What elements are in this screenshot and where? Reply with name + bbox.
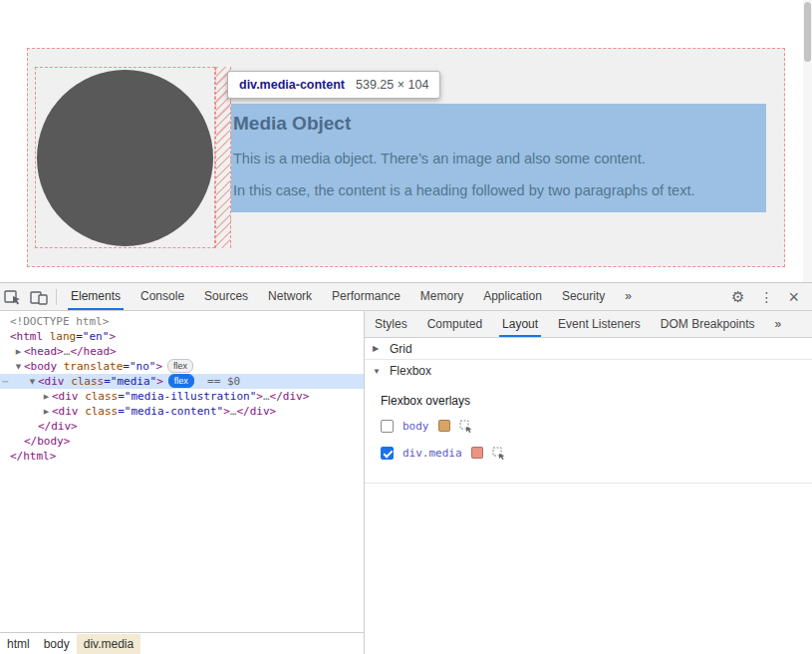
- tab-memory[interactable]: Memory: [410, 283, 473, 310]
- inspect-tooltip: div.media-content 539.25 × 104: [227, 71, 440, 99]
- tab-console[interactable]: Console: [131, 283, 194, 310]
- media-paragraph-1: This is a media object. There’s an image…: [233, 151, 758, 166]
- collapse-arrow-icon[interactable]: ▼: [27, 375, 38, 390]
- sidebar-tab-computed[interactable]: Computed: [417, 311, 492, 337]
- code-token-tag: <body: [24, 360, 64, 373]
- dom-tree-row[interactable]: <html lang="en">: [0, 329, 364, 344]
- close-icon[interactable]: ×: [788, 290, 799, 304]
- overlay-element-link[interactable]: body: [403, 420, 429, 433]
- sidebar-tab-dom-breakpoints[interactable]: DOM Breakpoints: [651, 311, 765, 337]
- devtools-main: <!DOCTYPE html><html lang="en">▶<head>…<…: [0, 311, 812, 654]
- tab-elements[interactable]: Elements: [61, 283, 131, 310]
- dom-tree-row[interactable]: ▶<div class="media-illustration">…</div>: [0, 389, 364, 404]
- code-token-tag: </div>: [38, 420, 78, 433]
- breadcrumb-item[interactable]: div.media: [77, 634, 140, 654]
- code-token-tag: <head>: [24, 345, 64, 358]
- collapse-arrow-icon[interactable]: ▼: [373, 367, 383, 376]
- overlay-checkbox[interactable]: [381, 420, 394, 433]
- grid-section-header[interactable]: ▶ Grid: [365, 338, 812, 360]
- flex-badge[interactable]: flex: [167, 359, 193, 373]
- code-token-tag: >: [109, 330, 116, 343]
- sidebar-tabs: StylesComputedLayoutEvent ListenersDOM B…: [365, 311, 812, 338]
- overlay-color-swatch[interactable]: [471, 447, 483, 459]
- sidebar-tab-event-listeners[interactable]: Event Listeners: [548, 311, 651, 337]
- media-illustration: [35, 67, 215, 248]
- flex-badge[interactable]: flex: [168, 374, 194, 388]
- dom-tree-row[interactable]: ▶<head>…</head>: [0, 344, 364, 359]
- dom-tree-row[interactable]: </div>: [0, 419, 364, 434]
- code-token-doctype: <!DOCTYPE html>: [10, 315, 109, 328]
- media-circle-image: [37, 70, 213, 246]
- code-token-tag: <div: [38, 375, 71, 388]
- devtools-toolbar: ElementsConsoleSourcesNetworkPerformance…: [0, 283, 812, 311]
- code-token-attr: class: [85, 405, 118, 418]
- tab-network[interactable]: Network: [258, 283, 322, 310]
- device-toolbar-icon[interactable]: [26, 284, 52, 310]
- inspect-element-icon[interactable]: [0, 284, 26, 310]
- breadcrumb: htmlbodydiv.media: [0, 632, 364, 654]
- devtools-right-icons: ⚙ ⋮ ×: [731, 288, 812, 306]
- tab-overflow-chevron[interactable]: »: [615, 283, 642, 310]
- overlay-checkbox[interactable]: [381, 447, 394, 460]
- code-token-val: ="media": [104, 375, 156, 388]
- code-token-tag: <html: [10, 330, 50, 343]
- code-token-tag: <div: [52, 390, 85, 403]
- page-scrollbar-track[interactable]: [803, 0, 812, 282]
- flexbox-section-header[interactable]: ▼ Flexbox: [365, 360, 812, 382]
- dom-tree-row[interactable]: ▼<body translate="no">flex: [0, 359, 364, 374]
- dollar-zero-hint: == $0: [194, 375, 240, 388]
- tooltip-dimensions: 539.25 × 104: [356, 78, 428, 92]
- code-token-tag: >: [155, 360, 162, 373]
- expand-arrow-icon[interactable]: ▶: [41, 390, 52, 405]
- expand-arrow-icon[interactable]: ▶: [41, 405, 52, 420]
- elements-panel: <!DOCTYPE html><html lang="en">▶<head>…<…: [0, 311, 365, 654]
- breadcrumb-item[interactable]: body: [37, 634, 77, 654]
- code-token-val: ="media-illustration": [118, 390, 256, 403]
- code-token-tag: </html>: [10, 450, 56, 463]
- dom-tree-row[interactable]: </html>: [0, 449, 364, 464]
- browser-window: Media Object This is a media object. The…: [0, 0, 812, 654]
- dom-tree: <!DOCTYPE html><html lang="en">▶<head>…<…: [0, 311, 364, 632]
- layout-pane: ▶ Grid ▼ Flexbox Flexbox overlays bodydi…: [365, 338, 812, 484]
- more-actions-icon[interactable]: ⋯: [2, 374, 9, 389]
- tab-security[interactable]: Security: [552, 283, 615, 310]
- page-scrollbar-thumb[interactable]: [804, 2, 811, 62]
- kebab-menu-icon[interactable]: ⋮: [759, 289, 773, 305]
- flexbox-overlays-title: Flexbox overlays: [381, 394, 812, 408]
- settings-gear-icon[interactable]: ⚙: [731, 288, 744, 306]
- tab-application[interactable]: Application: [473, 283, 552, 310]
- sidebar-tab-layout[interactable]: Layout: [492, 311, 548, 337]
- page-viewport: Media Object This is a media object. The…: [0, 0, 812, 282]
- code-token-tag: </head>: [70, 345, 116, 358]
- show-overlay-icon[interactable]: [459, 420, 472, 433]
- sidebar-tab-overflow-chevron[interactable]: »: [765, 311, 792, 337]
- overlay-color-swatch[interactable]: [438, 420, 450, 432]
- tab-sources[interactable]: Sources: [194, 283, 258, 310]
- sidebar-tab-styles[interactable]: Styles: [365, 311, 417, 337]
- dom-tree-row[interactable]: <!DOCTYPE html>: [0, 314, 364, 329]
- dom-tree-row[interactable]: ⋯▼<div class="media">flex == $0: [0, 374, 364, 389]
- code-token-tag: >: [223, 405, 230, 418]
- code-token-tag: </div>: [270, 390, 310, 403]
- dom-tree-row[interactable]: </body>: [0, 434, 364, 449]
- code-token-val: ="en": [76, 330, 109, 343]
- devtools-panel: ElementsConsoleSourcesNetworkPerformance…: [0, 282, 812, 654]
- code-token-attr: class: [85, 390, 118, 403]
- devtools-main-tabs: ElementsConsoleSourcesNetworkPerformance…: [61, 283, 642, 310]
- media-content-highlight: Media Object This is a media object. The…: [231, 104, 766, 212]
- code-token-attr: class: [71, 375, 104, 388]
- flexbox-section: ▼ Flexbox Flexbox overlays bodydiv.media: [365, 360, 812, 484]
- code-token-dots: …: [263, 390, 270, 403]
- show-overlay-icon[interactable]: [492, 447, 505, 460]
- flexbox-overlay-list: bodydiv.media: [365, 417, 812, 462]
- tab-performance[interactable]: Performance: [322, 283, 410, 310]
- expand-arrow-icon[interactable]: ▶: [13, 345, 24, 360]
- expand-arrow-icon[interactable]: ▶: [373, 344, 383, 353]
- dom-tree-row[interactable]: ▶<div class="media-content">…</div>: [0, 404, 364, 419]
- grid-section-label: Grid: [390, 342, 412, 356]
- code-token-tag: <div: [52, 405, 85, 418]
- breadcrumb-item[interactable]: html: [0, 634, 37, 654]
- overlay-element-link[interactable]: div.media: [403, 447, 462, 460]
- collapse-arrow-icon[interactable]: ▼: [13, 360, 24, 375]
- code-token-attr: translate: [64, 360, 124, 373]
